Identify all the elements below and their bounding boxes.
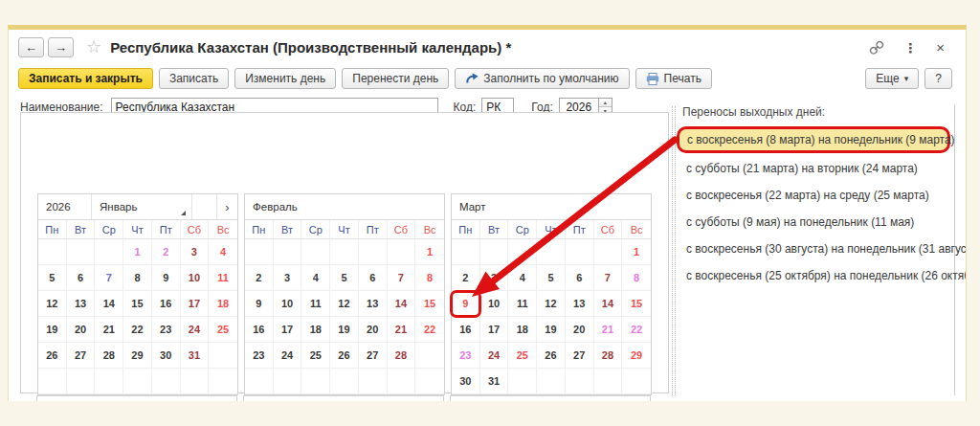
day-cell[interactable]: 9 [245,291,274,317]
day-cell[interactable]: 4 [301,265,330,291]
day-cell[interactable]: 28 [388,343,416,369]
day-cell[interactable]: 24 [274,343,302,369]
save-button[interactable]: Записать [159,68,229,89]
day-cell[interactable]: 11 [301,291,330,317]
day-cell[interactable]: 11 [508,291,537,317]
day-cell[interactable]: 30 [152,343,181,369]
day-cell[interactable]: 31 [480,369,509,394]
day-cell[interactable]: 23 [152,317,181,343]
day-cell[interactable]: 8 [622,265,651,291]
favorite-star-icon[interactable]: ☆ [86,37,101,56]
month-name[interactable]: Январь [92,194,191,219]
day-cell[interactable]: 8 [415,265,444,291]
day-cell[interactable]: 9 [452,291,480,317]
day-cell[interactable]: 31 [181,343,210,369]
day-cell[interactable]: 27 [67,343,96,369]
day-cell[interactable]: 1 [622,239,651,265]
day-cell[interactable]: 9 [152,265,181,291]
day-cell[interactable]: 29 [622,343,651,369]
day-cell[interactable]: 11 [209,265,237,291]
day-cell[interactable]: 15 [123,291,152,317]
transfer-item[interactable]: с воскресенья (30 августа) на понедельни… [679,235,954,262]
fill-default-button[interactable]: Заполнить по умолчанию [455,68,629,89]
day-cell[interactable]: 14 [388,291,416,317]
day-cell[interactable]: 3 [181,239,210,265]
day-cell[interactable]: 10 [181,265,210,291]
menu-dots-icon[interactable]: ⋮ [903,40,917,56]
print-button[interactable]: Печать [635,68,712,89]
day-cell[interactable]: 8 [123,265,152,291]
month-next-icon[interactable]: › [216,194,237,219]
day-cell[interactable]: 16 [245,317,274,343]
day-cell[interactable]: 18 [508,317,537,343]
day-cell[interactable]: 6 [566,265,594,291]
back-button[interactable]: ← [18,37,44,57]
transfer-item[interactable]: с воскресенья (25 октября) на понедельни… [679,262,954,289]
month-name[interactable]: Февраль [245,194,444,219]
save-and-close-button[interactable]: Записать и закрыть [18,68,153,89]
day-cell[interactable]: 16 [152,291,181,317]
day-cell[interactable]: 29 [123,343,152,369]
day-cell[interactable]: 24 [480,343,509,369]
day-cell[interactable]: 16 [452,317,480,343]
day-cell[interactable]: 6 [67,265,96,291]
day-cell[interactable]: 20 [67,317,96,343]
day-cell[interactable]: 23 [245,343,274,369]
help-button[interactable]: ? [924,68,952,89]
day-cell[interactable]: 12 [537,291,566,317]
change-day-button[interactable]: Изменить день [234,68,336,89]
day-cell[interactable]: 27 [359,343,388,369]
day-cell[interactable]: 28 [594,343,623,369]
day-cell[interactable]: 2 [452,265,480,291]
day-cell[interactable]: 6 [359,265,388,291]
day-cell[interactable]: 15 [622,291,651,317]
day-cell[interactable]: 19 [330,317,359,343]
day-cell[interactable]: 23 [452,343,480,369]
day-cell[interactable]: 24 [181,317,210,343]
day-cell[interactable]: 10 [274,291,302,317]
day-cell[interactable]: 12 [330,291,359,317]
day-cell[interactable]: 19 [537,317,566,343]
day-cell[interactable]: 22 [415,317,444,343]
day-cell[interactable]: 19 [38,317,67,343]
day-cell[interactable]: 18 [209,291,237,317]
year-spin-up-button[interactable]: ▴ [599,99,612,106]
day-cell[interactable]: 7 [594,265,623,291]
day-cell[interactable]: 21 [95,317,123,343]
day-cell[interactable]: 4 [508,265,537,291]
day-cell[interactable]: 25 [508,343,537,369]
transfer-item[interactable]: с воскресенья (22 марта) на среду (25 ма… [679,182,954,209]
link-icon[interactable] [869,40,884,56]
day-cell[interactable]: 17 [181,291,210,317]
panel-splitter[interactable] [672,106,676,395]
day-cell[interactable]: 13 [67,291,96,317]
day-cell[interactable]: 22 [123,317,152,343]
day-cell[interactable]: 7 [95,265,123,291]
day-cell[interactable]: 1 [123,239,152,265]
day-cell[interactable]: 3 [480,265,509,291]
day-cell[interactable]: 27 [566,343,594,369]
day-cell[interactable]: 17 [274,317,302,343]
day-cell[interactable]: 14 [594,291,623,317]
day-cell[interactable]: 10 [480,291,509,317]
transfer-item-highlighted[interactable]: с воскресенья (8 марта) на понедельник (… [677,126,950,153]
day-cell[interactable]: 14 [95,291,123,317]
day-cell[interactable]: 28 [95,343,123,369]
day-cell[interactable]: 26 [38,343,67,369]
day-cell[interactable]: 5 [330,265,359,291]
move-day-button[interactable]: Перенести день [342,68,449,89]
day-cell[interactable]: 7 [388,265,416,291]
more-button[interactable]: Еще ▾ [865,68,919,89]
day-cell[interactable]: 2 [152,239,181,265]
day-cell[interactable]: 3 [274,265,302,291]
day-cell[interactable]: 18 [301,317,330,343]
transfer-item[interactable]: с субботы (9 мая) на понедельник (11 мая… [679,209,954,235]
transfer-item[interactable]: с субботы (21 марта) на вторник (24 март… [679,155,954,182]
day-cell[interactable]: 21 [594,317,623,343]
close-icon[interactable]: × [936,39,945,56]
day-cell[interactable]: 26 [537,343,566,369]
day-cell[interactable]: 2 [245,265,274,291]
day-cell[interactable]: 20 [566,317,594,343]
day-cell[interactable]: 1 [415,239,444,265]
day-cell[interactable]: 25 [209,317,237,343]
